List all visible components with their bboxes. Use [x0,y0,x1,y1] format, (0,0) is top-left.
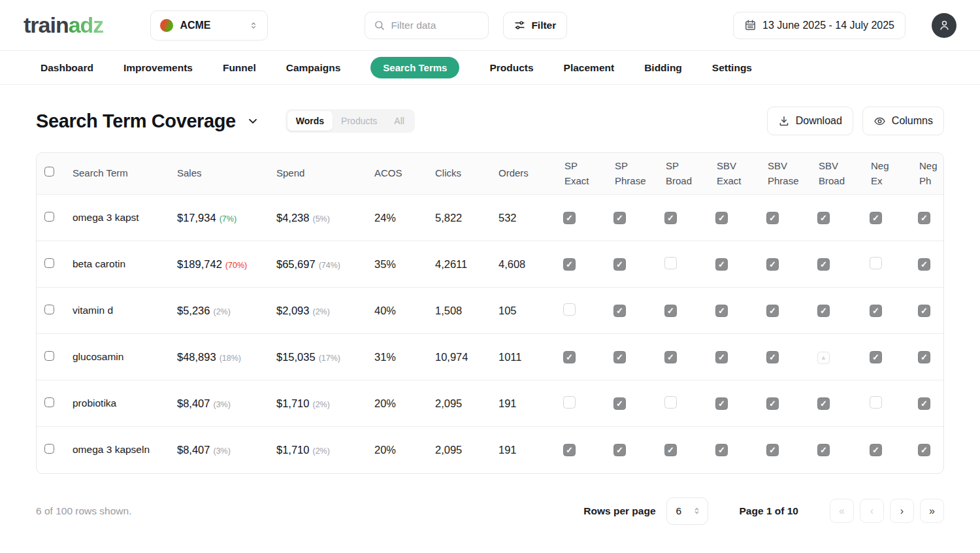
sbv-exact-checkbox[interactable] [715,351,728,363]
neg-ex-checkbox[interactable] [870,444,882,456]
sbv-exact-checkbox[interactable] [715,305,728,317]
nav-item-improvements[interactable]: Improvements [123,62,193,74]
row-select-checkbox[interactable] [44,305,54,314]
row-select-checkbox[interactable] [44,397,54,407]
title-actions: Download Columns [767,107,944,135]
sp-broad-checkbox[interactable] [664,396,677,409]
user-avatar[interactable] [932,13,956,38]
toggle-products[interactable]: Products [333,111,385,131]
toggle-words[interactable]: Words [287,111,333,131]
neg-ex-checkbox[interactable] [870,305,882,317]
sp-phrase-checkbox[interactable] [613,258,626,271]
sbv-broad-checkbox[interactable] [817,397,830,410]
sbv-broad-checkbox[interactable] [817,212,830,224]
prev-page-button[interactable]: ‹ [860,499,884,523]
toggle-all[interactable]: All [385,111,413,131]
acos-cell: 24% [365,195,426,241]
search-input-wrap [365,12,489,39]
pager: « ‹ › » [830,499,944,523]
sp-phrase-checkbox[interactable] [613,397,626,410]
nav-item-dashboard[interactable]: Dashboard [41,62,93,74]
sp-broad-checkbox[interactable] [664,257,677,269]
orders-cell: 191 [489,427,555,473]
neg-ex-checkbox[interactable] [870,351,882,363]
sp-phrase-checkbox[interactable] [613,305,626,317]
nav-item-products[interactable]: Products [489,62,533,74]
sbv-phrase-checkbox[interactable] [766,444,779,456]
date-range-button[interactable]: 13 June 2025 - 14 July 2025 [733,12,906,39]
sbv-broad-checkbox[interactable] [817,352,830,364]
neg-ph-checkbox[interactable] [918,305,930,317]
first-page-button[interactable]: « [830,499,854,523]
search-term-cell: beta carotin [73,258,125,269]
page-title: Search Term Coverage [36,110,236,132]
sp-exact-checkbox[interactable] [563,396,576,409]
sp-phrase-checkbox[interactable] [613,212,626,224]
clicks-cell: 5,822 [426,195,489,241]
columns-button[interactable]: Columns [862,107,944,135]
columns-button-label: Columns [892,115,933,127]
sp-broad-checkbox[interactable] [664,351,677,363]
sp-phrase-checkbox[interactable] [613,351,626,363]
title-chevron-down-icon[interactable] [246,114,259,127]
sp-exact-checkbox[interactable] [563,258,576,271]
row-select-checkbox[interactable] [44,444,54,454]
orders-cell: 1011 [489,334,555,380]
neg-ex-checkbox[interactable] [870,257,882,269]
nav-item-placement[interactable]: Placement [564,62,615,74]
sbv-phrase-checkbox[interactable] [766,351,779,363]
rows-per-page-select[interactable]: 6 [666,497,708,525]
select-all-checkbox[interactable] [44,167,54,176]
sp-exact-checkbox[interactable] [563,303,576,316]
sbv-phrase-checkbox[interactable] [766,258,779,271]
sbv-broad-checkbox[interactable] [817,258,830,271]
nav-item-campaigns[interactable]: Campaigns [286,62,341,74]
neg-ph-checkbox[interactable] [918,397,930,410]
filter-button[interactable]: Filter [503,12,567,39]
sales-cell: $189,742(70%) [168,241,267,288]
search-term-cell: glucosamin [73,351,123,362]
nav-item-funnel[interactable]: Funnel [223,62,256,74]
col-header-neg-ph: Neg Ph [910,153,943,195]
account-selector[interactable]: ACME [150,10,268,41]
search-input[interactable] [391,20,480,31]
sp-broad-checkbox[interactable] [664,305,677,317]
pagination-controls: Rows per page 6 Page 1 of 10 « ‹ › » [583,497,944,525]
neg-ex-checkbox[interactable] [870,212,882,224]
sp-exact-checkbox[interactable] [563,212,576,224]
neg-ex-checkbox[interactable] [870,396,882,409]
row-select-checkbox[interactable] [44,212,54,222]
sbv-phrase-checkbox[interactable] [766,305,779,317]
neg-ph-checkbox[interactable] [918,258,930,271]
sbv-exact-checkbox[interactable] [715,258,728,271]
neg-ph-checkbox[interactable] [918,351,930,363]
next-page-button[interactable]: › [890,499,914,523]
sbv-phrase-checkbox[interactable] [766,212,779,224]
eye-icon [874,115,886,127]
neg-ph-checkbox[interactable] [918,212,930,224]
sbv-exact-checkbox[interactable] [715,212,728,224]
sbv-exact-checkbox[interactable] [715,444,728,456]
row-select-checkbox[interactable] [44,258,54,268]
filter-button-label: Filter [531,20,556,31]
nav-item-search-terms[interactable]: Search Terms [370,57,459,78]
sbv-exact-checkbox[interactable] [715,397,728,410]
search-term-cell: vitamin d [73,305,113,316]
sp-broad-checkbox[interactable] [664,212,677,224]
row-select-checkbox[interactable] [44,351,54,361]
last-page-button[interactable]: » [920,499,944,523]
nav-item-bidding[interactable]: Bidding [644,62,682,74]
sp-exact-checkbox[interactable] [563,444,576,456]
sp-phrase-checkbox[interactable] [613,444,626,456]
sbv-phrase-checkbox[interactable] [766,397,779,410]
download-button[interactable]: Download [767,107,853,135]
nav-item-settings[interactable]: Settings [712,62,752,74]
clicks-cell: 1,508 [426,288,489,334]
sbv-broad-checkbox[interactable] [817,305,830,317]
sbv-broad-checkbox[interactable] [817,444,830,456]
neg-ph-checkbox[interactable] [918,444,930,456]
table-row: glucosamin $48,893(18%) $15,035(17%) 31%… [37,334,943,380]
sp-exact-checkbox[interactable] [563,351,576,363]
sp-broad-checkbox[interactable] [664,444,677,456]
account-name: ACME [180,20,210,31]
